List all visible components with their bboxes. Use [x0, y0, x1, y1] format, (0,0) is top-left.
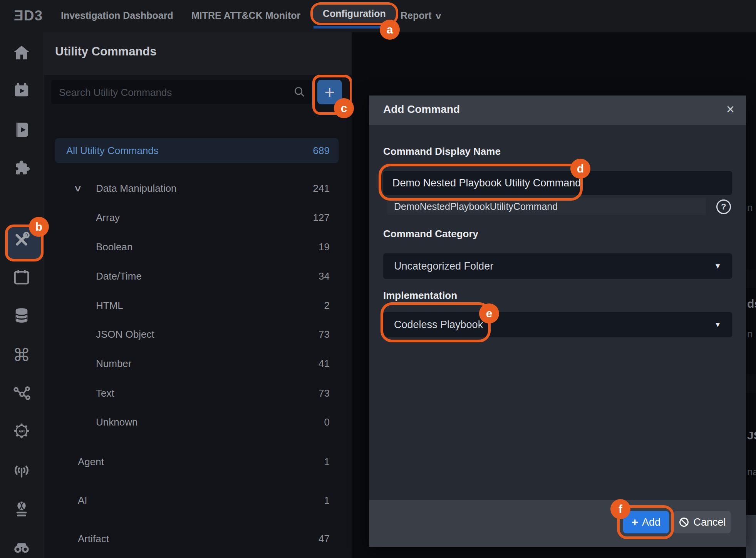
sidebar-item-calendar[interactable] [12, 268, 31, 287]
home-icon [13, 44, 30, 62]
sidebar-item-data-management[interactable] [12, 306, 31, 325]
add-command-button[interactable]: + [317, 80, 342, 104]
list-item-label: AI [78, 494, 324, 506]
cancel-button[interactable]: Cancel [674, 511, 731, 533]
nav-investigation-dashboard[interactable]: Investigation Dashboard [61, 10, 173, 21]
sidebar-item-workflows[interactable] [12, 384, 31, 402]
sidebar-item-integrations[interactable] [12, 159, 31, 178]
modal-header: Add Command × [369, 96, 746, 125]
list-item-data-manipulation[interactable]: ∨ Data Manipulation 241 [44, 177, 352, 200]
nav-report[interactable]: Report∨ [401, 10, 441, 21]
cancel-button-label: Cancel [693, 516, 726, 528]
nav-mitre-attck-monitor[interactable]: MITRE ATT&CK Monitor [191, 10, 300, 21]
nav-configuration[interactable]: Configuration [310, 2, 398, 25]
question-mark: ? [721, 202, 726, 212]
plus-icon: + [632, 516, 638, 529]
internal-name-input[interactable]: DemoNestedPlaybookUtilityCommand [387, 198, 706, 215]
sidebar-item-web-intel[interactable] [12, 499, 31, 518]
sidebar-item-event-intake[interactable] [12, 461, 31, 479]
sidebar-item-scheduled-playbooks[interactable] [12, 81, 31, 100]
occluded-text-fragment: n i [747, 328, 756, 340]
list-item-count: 127 [313, 212, 330, 224]
occluded-panel-fragment [746, 515, 756, 558]
internal-name-value: DemoNestedPlaybookUtilityCommand [394, 201, 558, 212]
list-item-count: 19 [318, 241, 330, 253]
add-button[interactable]: + Add [623, 511, 669, 533]
list-item-unknown[interactable]: Unknown 0 [44, 411, 352, 434]
chevron-down-icon[interactable]: ∨ [73, 183, 99, 194]
list-item-count: 1 [324, 456, 330, 468]
display-name-label: Command Display Name [383, 146, 501, 158]
sidebar-item-command-center[interactable]: ⌘ [12, 346, 31, 364]
list-item-ai[interactable]: AI 1 [44, 489, 352, 512]
calendar-play-icon [13, 82, 30, 99]
utility-commands-panel: + All Utility Commands 689 ∨ Data Manipu… [44, 75, 352, 558]
help-icon[interactable]: ? [716, 199, 731, 214]
database-icon [13, 307, 30, 324]
d3-logo[interactable]: ƎD3 [14, 8, 43, 24]
top-nav-bar: ƎD3 Investigation Dashboard MITRE ATT&CK… [0, 0, 756, 32]
list-item-count: 0 [324, 416, 330, 428]
app-screen: ƎD3 Investigation Dashboard MITRE ATT&CK… [0, 0, 756, 558]
category-dropdown[interactable]: Uncategorized Folder ▼ [383, 253, 732, 279]
list-item-number[interactable]: Number 41 [44, 352, 352, 375]
sidebar-item-playbook-library[interactable] [12, 121, 31, 139]
category-label: Command Category [383, 228, 478, 240]
sidebar-item-api[interactable]: API [12, 422, 31, 440]
search-icon [293, 85, 306, 99]
list-item-all-utility-commands[interactable]: All Utility Commands 689 [55, 138, 339, 163]
nav-report-label: Report [401, 10, 432, 21]
list-item-boolean[interactable]: Boolean 19 [44, 235, 352, 258]
list-item-date-time[interactable]: Date/Time 34 [44, 265, 352, 288]
svg-text:API: API [18, 429, 25, 433]
list-item-label: Date/Time [96, 270, 318, 282]
puzzle-icon [13, 159, 30, 177]
category-value: Uncategorized Folder [394, 260, 493, 272]
add-button-label: Add [642, 516, 660, 528]
list-item-count: 689 [313, 145, 330, 157]
occluded-input-fragment [746, 374, 756, 393]
list-item-count: 2 [324, 300, 330, 312]
list-item-count: 47 [318, 533, 330, 545]
close-icon[interactable]: × [726, 101, 734, 118]
add-command-modal: Add Command × Command Display Name Demo … [369, 96, 746, 547]
api-gear-icon: API [13, 422, 30, 440]
list-item-label: Unknown [96, 416, 324, 428]
search-input[interactable] [58, 80, 291, 105]
nav-configuration-label: Configuration [323, 8, 386, 19]
left-icon-sidebar: ⌘ API [0, 32, 43, 558]
occluded-text-fragment: na [747, 466, 756, 478]
list-item-label: HTML [96, 300, 324, 312]
sidebar-item-utility-commands[interactable] [12, 231, 31, 249]
modal-title: Add Command [383, 103, 460, 116]
list-item-artifact[interactable]: Artifact 47 [44, 527, 352, 550]
network-nodes-icon [13, 384, 30, 402]
page-title: Utility Commands [55, 45, 157, 59]
list-item-json-object[interactable]: JSON Object 73 [44, 323, 352, 346]
display-name-value: Demo Nested Playbook Utility Command [392, 177, 581, 189]
display-name-input[interactable]: Demo Nested Playbook Utility Command [383, 171, 732, 195]
occluded-text-fragment: JS [747, 429, 756, 442]
list-item-array[interactable]: Array 127 [44, 206, 352, 229]
list-item-label: Artifact [78, 533, 318, 545]
command-icon: ⌘ [13, 346, 30, 364]
list-item-html[interactable]: HTML 2 [44, 294, 352, 317]
list-item-count: 241 [313, 183, 330, 194]
implementation-label: Implementation [383, 290, 457, 302]
list-item-agent[interactable]: Agent 1 [44, 450, 352, 473]
prohibition-icon [679, 517, 689, 528]
implementation-dropdown[interactable]: Codeless Playbook ▼ [383, 312, 732, 337]
modal-footer: + Add Cancel [369, 500, 746, 547]
list-item-label: All Utility Commands [66, 145, 313, 157]
list-item-count: 73 [318, 387, 330, 399]
list-item-label: JSON Object [96, 328, 318, 340]
sidebar-item-investigate[interactable] [12, 538, 31, 556]
chevron-down-icon: ∨ [434, 12, 442, 21]
list-item-count: 73 [318, 328, 330, 340]
binoculars-icon [13, 538, 30, 556]
list-item-text[interactable]: Text 73 [44, 382, 352, 405]
sidebar-item-home[interactable] [12, 44, 31, 62]
plus-icon: + [325, 82, 335, 102]
list-item-label: Agent [78, 456, 324, 468]
antenna-icon [13, 461, 30, 479]
